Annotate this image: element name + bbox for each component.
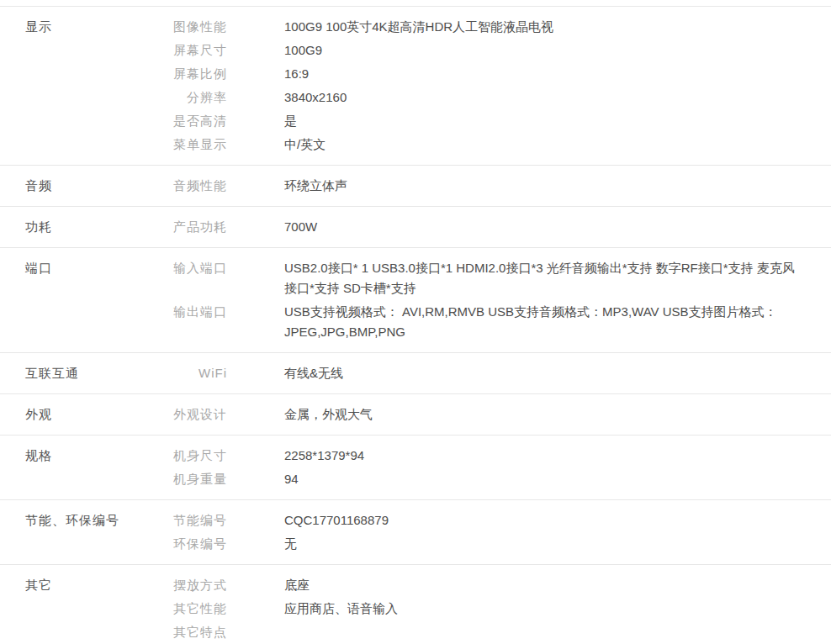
spec-label: 屏幕比例 [151,62,227,86]
spec-row: 产品功耗 700W [151,215,831,239]
group-rows: 外观设计 金属，外观大气 [151,403,831,426]
spec-value: 94 [284,467,799,491]
spec-row: 屏幕尺寸 100G9 [151,39,831,62]
spec-row: 输入端口 USB2.0接口* 1 USB3.0接口*1 HDMI2.0接口*3 … [151,256,831,300]
spec-group-other: 其它 摆放方式 底座 其它性能 应用商店、语音输入 其它特点 [0,564,831,644]
spec-label: 图像性能 [151,15,227,39]
spec-row: 机身重量 94 [151,467,831,491]
spec-value: 有线&无线 [284,362,799,385]
spec-row: 是否高清 是 [151,109,831,133]
group-title: 音频 [25,174,151,198]
spec-value: 16:9 [284,62,799,86]
spec-label: 其它特点 [151,620,227,644]
spec-table: 显示 图像性能 100G9 100英寸4K超高清HDR人工智能液晶电视 屏幕尺寸… [0,6,831,644]
spec-value: 环绕立体声 [284,174,799,198]
spec-value: USB支持视频格式： AVI,RM,RMVB USB支持音频格式：MP3,WAV… [284,300,799,344]
spec-row: 摆放方式 底座 [151,573,831,597]
product-spec-page: 显示 图像性能 100G9 100英寸4K超高清HDR人工智能液晶电视 屏幕尺寸… [0,0,831,644]
spec-value: 应用商店、语音输入 [284,597,799,620]
spec-label: 节能编号 [151,509,227,532]
group-title: 其它 [25,573,151,597]
spec-label: 产品功耗 [151,215,227,239]
group-title: 端口 [25,256,151,280]
group-rows: WiFi 有线&无线 [151,362,831,385]
spec-row: 图像性能 100G9 100英寸4K超高清HDR人工智能液晶电视 [151,15,831,39]
group-rows: 音频性能 环绕立体声 [151,174,831,198]
spec-row: WiFi 有线&无线 [151,362,831,385]
spec-group-audio: 音频 音频性能 环绕立体声 [0,165,831,206]
spec-value [284,620,799,624]
group-title: 功耗 [25,215,151,239]
spec-row: 分辨率 3840x2160 [151,86,831,109]
spec-label: 其它性能 [151,597,227,620]
spec-group-dimensions: 规格 机身尺寸 2258*1379*94 机身重量 94 [0,435,831,499]
spec-group-power: 功耗 产品功耗 700W [0,206,831,247]
spec-row: 屏幕比例 16:9 [151,62,831,86]
spec-row: 外观设计 金属，外观大气 [151,403,831,426]
spec-label: 环保编号 [151,532,227,556]
spec-value: CQC17701168879 [284,509,799,532]
spec-label: 是否高清 [151,109,227,133]
spec-value: 中/英文 [284,133,799,156]
spec-value: USB2.0接口* 1 USB3.0接口*1 HDMI2.0接口*3 光纤音频输… [284,256,799,300]
spec-value: 金属，外观大气 [284,403,799,426]
group-rows: 输入端口 USB2.0接口* 1 USB3.0接口*1 HDMI2.0接口*3 … [151,256,831,344]
group-title: 规格 [25,444,151,467]
spec-label: 音频性能 [151,174,227,198]
group-title: 外观 [25,403,151,426]
spec-group-appearance: 外观 外观设计 金属，外观大气 [0,393,831,435]
group-rows: 图像性能 100G9 100英寸4K超高清HDR人工智能液晶电视 屏幕尺寸 10… [151,15,831,156]
spec-group-connectivity: 互联互通 WiFi 有线&无线 [0,352,831,393]
spec-value: 3840x2160 [284,86,799,109]
spec-label: 屏幕尺寸 [151,39,227,62]
spec-label: 机身尺寸 [151,444,227,467]
spec-row: 其它特点 [151,620,831,644]
spec-row: 节能编号 CQC17701168879 [151,509,831,532]
spec-label: 摆放方式 [151,573,227,597]
spec-label: 菜单显示 [151,133,227,156]
spec-label: 外观设计 [151,403,227,426]
spec-row: 机身尺寸 2258*1379*94 [151,444,831,467]
spec-label: 分辨率 [151,86,227,109]
spec-row: 音频性能 环绕立体声 [151,174,831,198]
group-title: 互联互通 [25,362,151,385]
spec-row: 输出端口 USB支持视频格式： AVI,RM,RMVB USB支持音频格式：MP… [151,300,831,344]
group-title: 节能、环保编号 [25,509,151,532]
spec-row: 其它性能 应用商店、语音输入 [151,597,831,620]
spec-value: 2258*1379*94 [284,444,799,467]
spec-value: 底座 [284,573,799,597]
spec-group-display: 显示 图像性能 100G9 100英寸4K超高清HDR人工智能液晶电视 屏幕尺寸… [0,6,831,165]
spec-label: WiFi [151,362,227,385]
spec-value: 100G9 [284,39,799,62]
group-rows: 产品功耗 700W [151,215,831,239]
spec-value: 是 [284,109,799,133]
spec-value: 700W [284,215,799,239]
spec-value: 100G9 100英寸4K超高清HDR人工智能液晶电视 [284,15,799,39]
group-title: 显示 [25,15,151,39]
group-rows: 摆放方式 底座 其它性能 应用商店、语音输入 其它特点 [151,573,831,644]
spec-group-certification: 节能、环保编号 节能编号 CQC17701168879 环保编号 无 [0,499,831,564]
spec-group-ports: 端口 输入端口 USB2.0接口* 1 USB3.0接口*1 HDMI2.0接口… [0,247,831,352]
spec-label: 机身重量 [151,467,227,491]
spec-value: 无 [284,532,799,556]
spec-row: 环保编号 无 [151,532,831,556]
spec-row: 菜单显示 中/英文 [151,133,831,156]
group-rows: 机身尺寸 2258*1379*94 机身重量 94 [151,444,831,491]
spec-label: 输入端口 [151,256,227,280]
group-rows: 节能编号 CQC17701168879 环保编号 无 [151,509,831,556]
spec-label: 输出端口 [151,300,227,324]
